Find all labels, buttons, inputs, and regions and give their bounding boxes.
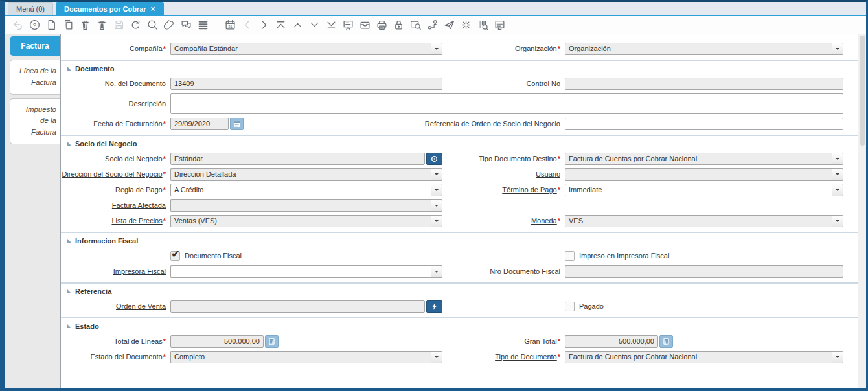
archive-icon[interactable] <box>359 19 371 31</box>
find-icon[interactable] <box>146 19 159 31</box>
total-lines-input[interactable]: 500.000,00 <box>170 335 264 348</box>
grand-total-calculator-button[interactable] <box>659 335 673 348</box>
total-lines-required-mark: * <box>163 337 166 345</box>
last-record-icon[interactable] <box>325 19 337 31</box>
detail-record-icon[interactable] <box>258 19 270 31</box>
partner-address-input[interactable]: Dirección Detallada <box>170 168 431 181</box>
affected-invoice-dropdown-icon[interactable] <box>431 199 442 212</box>
sales-order-label[interactable]: Orden de Venta <box>61 302 166 310</box>
price-list-dropdown-icon[interactable] <box>431 215 442 227</box>
printed-on-fiscal-printer-checkbox[interactable] <box>565 251 575 261</box>
price-list-input[interactable]: Ventas (VES) <box>170 215 431 227</box>
first-record-icon[interactable] <box>275 19 287 31</box>
refresh-icon[interactable] <box>130 19 142 31</box>
attachment-icon[interactable] <box>163 19 176 31</box>
description-input[interactable] <box>170 93 843 114</box>
partner-address-dropdown-icon[interactable] <box>431 168 442 181</box>
currency-input[interactable]: VES <box>565 215 832 227</box>
toggle-grid-icon[interactable] <box>197 19 209 31</box>
process-icon[interactable] <box>460 19 472 31</box>
total-lines-calculator-button[interactable] <box>265 335 279 348</box>
document-status-dropdown-icon[interactable] <box>431 351 442 363</box>
payment-rule-input[interactable]: A Crédito <box>170 184 431 196</box>
document-no-input[interactable]: 13409 <box>170 78 442 90</box>
tab-linea-de-la-factura[interactable]: Línea de la Factura <box>10 60 60 95</box>
document-status-input[interactable]: Completo <box>170 351 431 363</box>
chat-icon[interactable] <box>180 19 192 31</box>
bp-order-reference-input[interactable] <box>565 118 843 130</box>
document-type-dropdown-icon[interactable] <box>832 351 843 363</box>
paid-checkbox[interactable] <box>565 302 575 311</box>
help-icon[interactable]: ? <box>29 19 41 31</box>
previous-record-icon[interactable] <box>291 19 304 31</box>
company-label[interactable]: Compañía* <box>61 45 166 52</box>
collapse-triangle-icon[interactable] <box>67 324 71 328</box>
copy-record-icon[interactable] <box>62 19 74 31</box>
next-record-icon[interactable] <box>308 19 321 31</box>
lock-icon[interactable] <box>393 19 405 31</box>
workflow-icon[interactable] <box>426 19 439 31</box>
report-icon[interactable] <box>342 19 354 31</box>
scrollbar-thumb[interactable] <box>860 36 865 146</box>
organization-label[interactable]: Organización* <box>447 45 560 52</box>
vertical-scrollbar[interactable] <box>858 34 866 388</box>
close-tab-icon[interactable]: × <box>151 5 155 13</box>
new-record-icon[interactable] <box>45 19 58 31</box>
document-type-input[interactable]: Factura de Cuentas por Cobrar Nacional <box>565 351 832 363</box>
currency-dropdown-icon[interactable] <box>832 215 843 227</box>
collapse-triangle-icon[interactable] <box>67 239 71 243</box>
print-icon[interactable] <box>376 19 388 31</box>
fiscal-printer-label[interactable]: Impresora Fiscal <box>61 267 166 275</box>
tab-impuesto-de-la-factura[interactable]: Impuesto de la Factura <box>10 98 60 144</box>
user-input[interactable] <box>565 168 832 181</box>
affected-invoice-input[interactable] <box>170 199 431 212</box>
business-partner-search-button[interactable] <box>426 153 442 165</box>
company-input[interactable]: Compañía Estándar <box>170 43 431 55</box>
zoom-across-icon[interactable] <box>409 19 422 31</box>
fiscal-printer-input[interactable] <box>170 265 431 278</box>
calendar-icon[interactable]: 31 <box>224 19 236 31</box>
currency-required-mark: * <box>558 217 560 225</box>
document-type-label[interactable]: Tipo de Documento* <box>447 353 560 361</box>
target-document-type-label[interactable]: Tipo Documento Destino* <box>447 155 560 162</box>
fiscal-document-checkbox[interactable] <box>170 251 180 261</box>
payment-rule-dropdown-icon[interactable] <box>431 184 442 196</box>
sales-order-zoom-button[interactable] <box>426 300 442 313</box>
target-document-type-input[interactable]: Factura de Cuentas por Cobrar Nacional <box>565 153 832 165</box>
affected-invoice-label[interactable]: Factura Afectada <box>61 201 166 209</box>
tab-factura[interactable]: Factura <box>10 36 60 56</box>
delete-selection-icon[interactable] <box>96 19 108 31</box>
partner-address-label[interactable]: Dirección del Socio del Negocio* <box>61 170 166 178</box>
documentos-por-cobrar-tab[interactable]: Documentos por Cobrar × <box>56 2 164 15</box>
price-list-label[interactable]: Lista de Precios* <box>61 217 166 225</box>
user-label[interactable]: Usuario <box>447 170 560 178</box>
collapse-triangle-icon[interactable] <box>67 67 71 71</box>
target-document-type-dropdown-icon[interactable] <box>832 153 843 165</box>
company-dropdown-icon[interactable] <box>431 43 442 55</box>
grand-total-input[interactable]: 500.000,00 <box>565 335 658 348</box>
organization-combo: Organización <box>565 43 843 55</box>
organization-input[interactable]: Organización <box>565 43 832 55</box>
payment-term-dropdown-icon[interactable] <box>832 184 843 196</box>
payment-term-label[interactable]: Término de Pago* <box>447 186 560 194</box>
window-report-icon[interactable] <box>494 19 506 31</box>
business-partner-label[interactable]: Socio del Negocio* <box>61 155 166 162</box>
invoice-date-input[interactable]: 29/09/2020 <box>170 118 229 130</box>
organization-dropdown-icon[interactable] <box>832 43 843 55</box>
payment-term-input[interactable]: Immediate <box>565 184 832 196</box>
currency-label[interactable]: Moneda* <box>447 217 560 225</box>
product-info-icon[interactable] <box>477 19 489 31</box>
collapse-triangle-icon[interactable] <box>67 142 71 146</box>
sales-order-input[interactable] <box>170 300 425 313</box>
collapse-triangle-icon[interactable] <box>67 289 71 293</box>
invoice-date-calendar-button[interactable] <box>230 118 244 130</box>
fiscal-document-no-input[interactable] <box>565 265 843 278</box>
menu-tab[interactable]: Menú (0) <box>8 2 53 15</box>
business-partner-input[interactable]: Estándar <box>170 153 425 165</box>
request-icon[interactable] <box>443 19 455 31</box>
delete-record-icon[interactable] <box>79 19 91 31</box>
control-no-input[interactable] <box>565 78 843 90</box>
user-dropdown-icon[interactable] <box>832 168 843 181</box>
form-row: Dirección del Socio del Negocio*Direcció… <box>61 168 858 181</box>
fiscal-printer-dropdown-icon[interactable] <box>431 265 442 278</box>
